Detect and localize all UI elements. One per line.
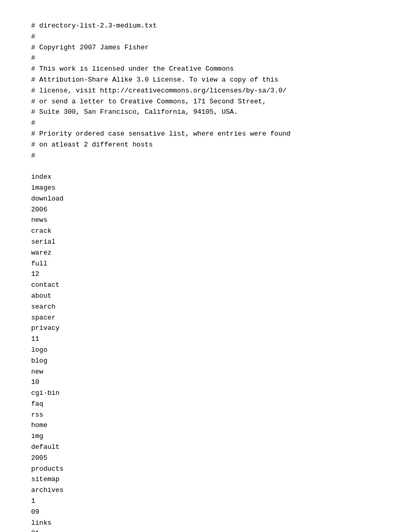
- file-content: # directory-list-2.3-medium.txt # # Copy…: [31, 21, 368, 532]
